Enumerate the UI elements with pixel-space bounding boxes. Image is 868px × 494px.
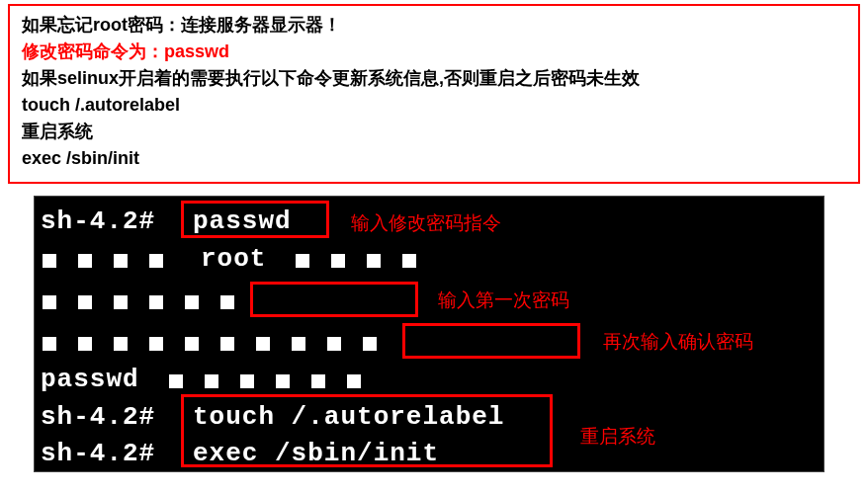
terminal-user: root (201, 244, 266, 274)
dot-icon (78, 254, 92, 268)
annotation-confirm-password: 再次输入确认密码 (603, 329, 753, 355)
dot-icon (311, 374, 325, 388)
dot-icon (43, 295, 56, 309)
dot-icon (220, 295, 234, 309)
highlight-box-confirm-password (402, 323, 580, 359)
instruction-box: 如果忘记root密码：连接服务器显示器！ 修改密码命令为：passwd 如果se… (8, 4, 860, 184)
dot-icon (169, 374, 183, 388)
dot-icon (185, 295, 199, 309)
highlight-box-first-password (250, 282, 418, 317)
instruction-line: 如果忘记root密码：连接服务器显示器！ (22, 12, 846, 39)
dot-icon (43, 337, 56, 351)
dot-icon (149, 295, 163, 309)
dot-icon (220, 337, 234, 351)
dot-icon (327, 337, 341, 351)
dot-icon (276, 374, 290, 388)
dot-icon (292, 337, 305, 351)
instruction-line: exec /sbin/init (22, 145, 846, 172)
instruction-line: touch /.autorelabel (22, 92, 846, 119)
dot-icon (256, 337, 270, 351)
dot-icon (114, 254, 128, 268)
dot-icon (43, 254, 56, 268)
dot-icon (240, 374, 254, 388)
dot-icon (114, 337, 128, 351)
dot-icon (402, 254, 416, 268)
instruction-line: 重启系统 (22, 119, 846, 145)
annotation-passwd: 输入修改密码指令 (351, 210, 501, 236)
dot-icon (185, 337, 199, 351)
annotation-restart: 重启系统 (580, 424, 655, 450)
dot-icon (363, 337, 377, 351)
dot-icon (149, 254, 163, 268)
dot-icon (347, 374, 361, 388)
dot-icon (78, 295, 92, 309)
terminal-prompt: sh-4.2# (41, 206, 155, 236)
terminal-passwd-done: passwd (41, 365, 139, 394)
dot-icon (149, 337, 163, 351)
highlight-box-passwd (181, 201, 329, 238)
instruction-line: 如果selinux开启着的需要执行以下命令更新系统信息,否则重启之后密码未生效 (22, 65, 846, 92)
dot-icon (296, 254, 309, 268)
highlight-box-restart (181, 394, 553, 467)
dot-icon (114, 295, 128, 309)
dot-icon (78, 337, 92, 351)
annotation-first-password: 输入第一次密码 (438, 288, 569, 313)
dot-icon (331, 254, 345, 268)
dot-icon (205, 374, 218, 388)
terminal-screenshot: sh-4.2# passwd root passwd sh-4.2# touch… (34, 196, 825, 472)
terminal-prompt: sh-4.2# (41, 402, 155, 432)
terminal-prompt: sh-4.2# (41, 439, 155, 468)
instruction-line-red: 修改密码命令为：passwd (22, 39, 846, 65)
dot-icon (367, 254, 381, 268)
